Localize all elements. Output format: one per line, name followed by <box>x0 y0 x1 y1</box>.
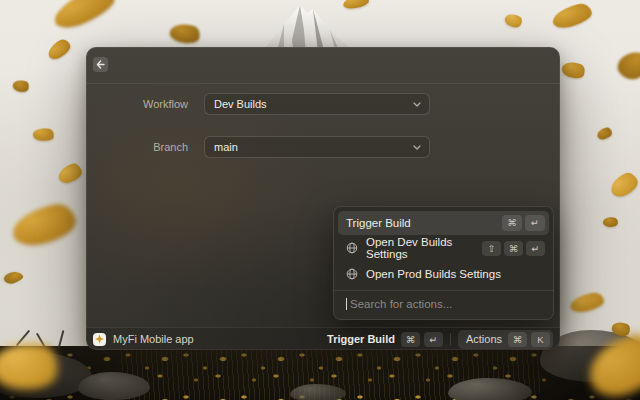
action-item-trigger-build[interactable]: Trigger Build ⌘ ↵ <box>338 211 549 235</box>
branch-value: main <box>214 141 238 153</box>
globe-icon <box>346 268 358 280</box>
action-label: Open Prod Builds Settings <box>346 268 545 280</box>
chevron-down-icon <box>413 102 421 107</box>
arrow-left-icon <box>96 60 105 69</box>
return-keycap: ↵ <box>526 241 545 256</box>
shortcut-keys: ⇧ ⌘ ↵ <box>482 241 545 256</box>
workflow-value: Dev Builds <box>214 98 267 110</box>
app-logo-icon <box>93 333 106 346</box>
action-label: Trigger Build <box>346 217 502 229</box>
cmd-keycap: ⌘ <box>508 332 527 347</box>
app-window: Workflow Dev Builds Branch main Trigger … <box>86 47 560 350</box>
return-keycap: ↵ <box>525 215 545 231</box>
workflow-dropdown[interactable]: Dev Builds <box>204 93 430 115</box>
globe-icon <box>346 242 358 254</box>
footer-divider <box>450 333 451 345</box>
text-cursor <box>346 298 347 310</box>
actions-menu-button[interactable]: Actions ⌘ K <box>458 330 553 349</box>
workflow-label: Workflow <box>86 93 188 115</box>
branch-dropdown[interactable]: main <box>204 136 430 158</box>
shift-keycap: ⇧ <box>482 241 501 256</box>
branch-label: Branch <box>86 136 188 158</box>
shortcut-keys: ⌘ ↵ <box>502 215 545 231</box>
ground-shade <box>0 346 640 400</box>
chevron-down-icon <box>413 145 421 150</box>
k-keycap: K <box>531 332 550 347</box>
primary-action-button[interactable]: Trigger Build ⌘ ↵ <box>327 332 443 347</box>
back-button[interactable] <box>93 57 108 72</box>
actions-search-input[interactable] <box>348 297 541 311</box>
cmd-keycap: ⌘ <box>502 215 522 231</box>
footer-app-name: MyFi Mobile app <box>113 333 327 345</box>
cmd-keycap: ⌘ <box>504 241 523 256</box>
action-item-open-dev-settings[interactable]: Open Dev Builds Settings ⇧ ⌘ ↵ <box>338 235 549 261</box>
return-keycap: ↵ <box>424 332 443 347</box>
action-item-open-prod-settings[interactable]: Open Prod Builds Settings <box>338 261 549 287</box>
header-divider <box>86 83 560 84</box>
cmd-keycap: ⌘ <box>401 332 420 347</box>
action-label: Open Dev Builds Settings <box>346 236 482 260</box>
footer-bar: MyFi Mobile app Trigger Build ⌘ ↵ Action… <box>86 327 560 350</box>
actions-panel: Trigger Build ⌘ ↵ Open Dev Builds Settin… <box>333 206 554 320</box>
